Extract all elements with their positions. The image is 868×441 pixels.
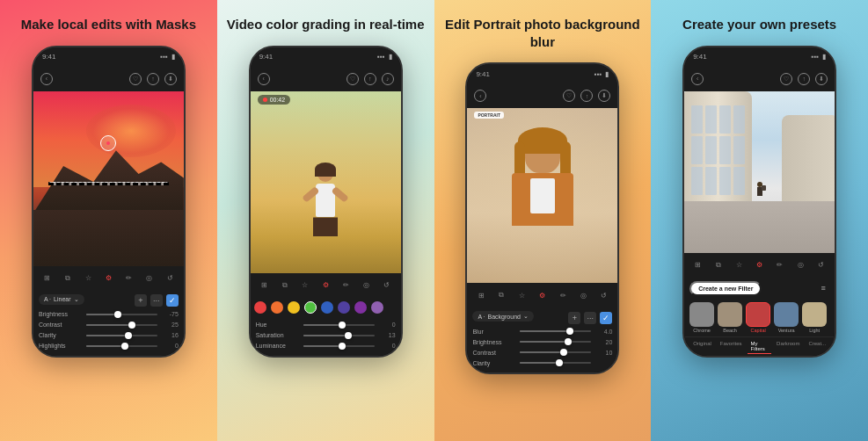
tool-bulb-4[interactable]: ◎ — [794, 259, 806, 271]
adj-slider-cl3[interactable] — [520, 358, 591, 367]
adj-slider-clarity-1[interactable] — [86, 331, 157, 340]
tool-copy[interactable]: ⧉ — [62, 272, 74, 285]
color-blue-dark[interactable] — [321, 301, 333, 314]
preset-light[interactable]: Light — [802, 302, 827, 333]
tool-tune-3[interactable]: ⚙ — [536, 289, 549, 301]
share-btn-2[interactable]: ↑ — [364, 73, 376, 85]
heart-btn-2[interactable]: ♡ — [346, 73, 359, 85]
share-btn-4[interactable]: ↑ — [798, 73, 810, 85]
color-red[interactable] — [254, 301, 266, 314]
mask-control[interactable] — [100, 135, 116, 151]
tool-pen-3[interactable]: ✏ — [557, 289, 569, 301]
tool-pen-2[interactable]: ✏ — [339, 279, 352, 292]
download-btn-4[interactable]: ⬇ — [815, 73, 828, 85]
tool-history-4[interactable]: ↺ — [814, 259, 827, 271]
adj-tag-3[interactable]: A · Background ⌄ — [472, 311, 534, 322]
heart-btn-4[interactable]: ♡ — [780, 73, 792, 85]
preset-beach[interactable]: Beach — [718, 302, 742, 333]
heart-btn-1[interactable]: ♡ — [129, 73, 142, 85]
tool-bulb-3[interactable]: ◎ — [577, 289, 589, 301]
portrait-shirt — [530, 178, 555, 213]
adj-slider-brightness-1[interactable] — [86, 310, 157, 319]
tool-grid[interactable]: ⊞ — [41, 272, 54, 285]
tool-star[interactable]: ☆ — [82, 272, 94, 285]
color-purple[interactable] — [354, 301, 367, 314]
tool-history[interactable]: ↺ — [164, 272, 176, 285]
adj-slider-sat[interactable] — [303, 331, 375, 340]
slider-thumb[interactable] — [339, 343, 346, 350]
preset-capital[interactable]: Capital — [746, 302, 770, 333]
share-btn-3[interactable]: ↑ — [580, 90, 593, 102]
tab-favorites[interactable]: Favorites — [717, 339, 746, 354]
tool-bulb-2[interactable]: ◎ — [361, 279, 373, 292]
tool-copy-4[interactable]: ⧉ — [712, 259, 725, 271]
adj-slider-ct3[interactable] — [520, 348, 591, 357]
phone-screen-2: 9:41 ▪▪▪ ▮ ‹ ♡ ↑ ♪ 00: — [251, 47, 401, 356]
adj-menu-btn[interactable]: ··· — [150, 294, 163, 307]
tool-copy-2[interactable]: ⧉ — [279, 279, 291, 292]
color-green[interactable] — [304, 301, 317, 314]
tool-history-3[interactable]: ↺ — [598, 289, 610, 301]
download-btn-3[interactable]: ⬇ — [598, 90, 610, 102]
tool-star-2[interactable]: ☆ — [299, 279, 311, 292]
tool-pen-4[interactable]: ✏ — [774, 259, 786, 271]
slider-thumb[interactable] — [114, 311, 121, 318]
slider-thumb[interactable] — [566, 328, 573, 335]
back-btn-3[interactable]: ‹ — [474, 90, 486, 102]
tab-darkroom[interactable]: Darkroom — [773, 339, 803, 354]
slider-thumb[interactable] — [128, 322, 135, 329]
preset-ventura[interactable]: Ventura — [774, 302, 799, 333]
tool-grid-4[interactable]: ⊞ — [692, 259, 704, 271]
window — [719, 105, 731, 134]
heart-btn-3[interactable]: ♡ — [563, 90, 575, 102]
presets-menu-btn[interactable]: ≡ — [817, 282, 829, 294]
tool-grid-2[interactable]: ⊞ — [258, 279, 270, 292]
adj-slider-contrast-1[interactable] — [86, 321, 157, 329]
volume-btn[interactable]: ♪ — [382, 73, 394, 85]
back-btn-4[interactable]: ‹ — [691, 73, 704, 85]
adj-confirm-btn-3[interactable]: ✓ — [600, 312, 612, 324]
slider-thumb[interactable] — [565, 338, 572, 345]
tool-star-3[interactable]: ☆ — [516, 289, 529, 301]
download-btn-1[interactable]: ⬇ — [164, 73, 177, 85]
color-blue-mid[interactable] — [338, 301, 350, 314]
tool-star-4[interactable]: ☆ — [733, 259, 745, 271]
share-btn-1[interactable]: ↑ — [147, 73, 159, 85]
slider-thumb[interactable] — [560, 349, 567, 356]
create-filter-button[interactable]: Create a new Filter — [689, 281, 762, 296]
slider-thumb[interactable] — [556, 359, 563, 366]
adj-slider-br3[interactable] — [520, 337, 591, 346]
adj-slider-highlights-1[interactable] — [86, 342, 157, 351]
color-yellow[interactable] — [288, 301, 300, 314]
slider-thumb[interactable] — [125, 332, 132, 339]
back-btn-2[interactable]: ‹ — [258, 73, 270, 85]
adj-slider-hue[interactable] — [303, 321, 375, 329]
tool-copy-3[interactable]: ⧉ — [495, 289, 507, 301]
tool-bulb[interactable]: ◎ — [143, 272, 156, 285]
adj-slider-blur[interactable] — [520, 327, 591, 336]
slider-thumb[interactable] — [121, 343, 128, 350]
portrait-label: PORTRAIT — [478, 112, 500, 118]
tab-create[interactable]: Creat... — [805, 339, 829, 354]
status-icons-left: 9:41 — [42, 53, 56, 61]
tool-tune-2[interactable]: ⚙ — [319, 279, 332, 292]
adj-add-btn-3[interactable]: + — [568, 312, 580, 324]
slider-thumb[interactable] — [345, 332, 352, 339]
adj-confirm-btn[interactable]: ✓ — [166, 294, 179, 307]
adj-slider-lum[interactable] — [303, 342, 375, 351]
tab-original[interactable]: Original — [689, 339, 715, 354]
adj-tag-1[interactable]: A · Linear ⌄ — [39, 294, 84, 305]
tool-history-2[interactable]: ↺ — [381, 279, 393, 292]
slider-thumb[interactable] — [339, 322, 346, 329]
tool-tune[interactable]: ⚙ — [102, 272, 114, 285]
back-btn-1[interactable]: ‹ — [40, 73, 53, 85]
tool-tune-4[interactable]: ⚙ — [754, 259, 766, 271]
tab-my-filters[interactable]: My Filters — [748, 339, 772, 354]
color-violet[interactable] — [371, 301, 383, 314]
adj-menu-btn-3[interactable]: ··· — [584, 312, 596, 324]
tool-pen[interactable]: ✏ — [123, 272, 135, 285]
color-orange[interactable] — [271, 301, 283, 314]
tool-grid-3[interactable]: ⊞ — [475, 289, 487, 301]
preset-chrome[interactable]: Chrome — [689, 302, 714, 333]
adj-add-btn[interactable]: + — [135, 294, 147, 307]
